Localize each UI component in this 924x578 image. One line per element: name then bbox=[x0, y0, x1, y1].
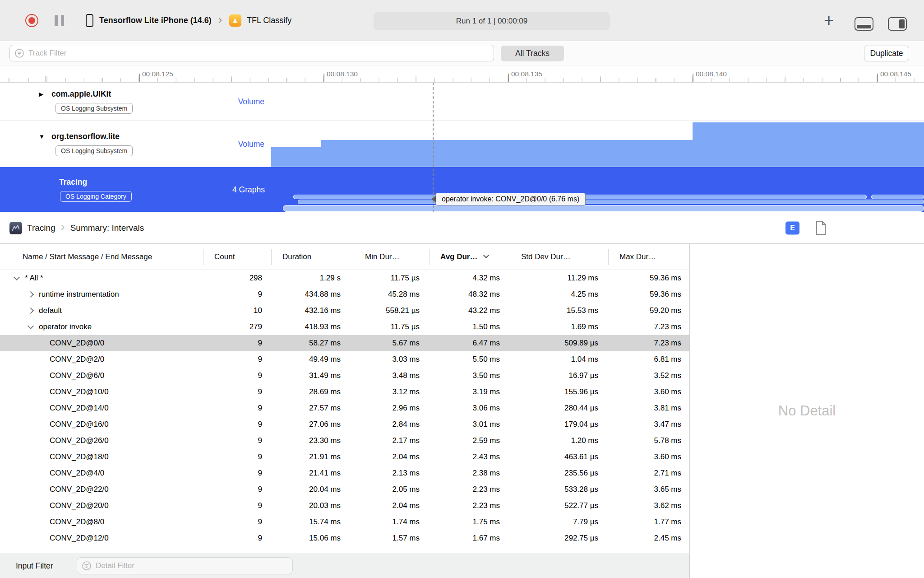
track-tracing-selected[interactable]: Tracing OS Logging Category 4 Graphs bbox=[0, 167, 924, 212]
table-row[interactable]: CONV_2D@8/0 9 15.74 ms 1.74 ms 1.75 ms 7… bbox=[0, 514, 689, 530]
table-row[interactable]: CONV_2D@14/0 9 27.57 ms 2.96 ms 3.06 ms … bbox=[0, 400, 689, 416]
cell-min-dur: 5.67 ms bbox=[354, 339, 429, 348]
table-row[interactable]: * All * 298 1.29 s 11.75 µs 4.32 ms 11.2… bbox=[0, 270, 689, 286]
column-header-count[interactable]: Count bbox=[203, 249, 271, 265]
detail-filter-input[interactable] bbox=[96, 561, 292, 570]
cell-name: CONV_2D@2/0 bbox=[0, 355, 203, 364]
cell-avg-dur: 2.43 ms bbox=[429, 452, 510, 461]
cell-avg-dur: 2.23 ms bbox=[429, 501, 510, 510]
column-header-duration[interactable]: Duration bbox=[271, 249, 354, 265]
table-row[interactable]: CONV_2D@2/0 9 49.49 ms 3.03 ms 5.50 ms 1… bbox=[0, 351, 689, 368]
table-row[interactable]: CONV_2D@12/0 9 15.06 ms 1.57 ms 1.67 ms … bbox=[0, 530, 689, 546]
toggle-bottom-pane-button[interactable] bbox=[855, 17, 873, 31]
track-uikit-graph[interactable] bbox=[271, 83, 924, 121]
table-header: Name / Start Message / End Message Count… bbox=[0, 244, 689, 270]
track-tracing-graph[interactable] bbox=[271, 167, 924, 212]
cell-duration: 434.88 ms bbox=[271, 290, 354, 299]
track-uikit-label: ▶ com.apple.UIKit OS Logging Subsystem V… bbox=[0, 83, 271, 121]
table-row[interactable]: default 10 432.16 ms 558.21 µs 43.22 ms … bbox=[0, 303, 689, 319]
interval-capsule[interactable] bbox=[871, 195, 924, 199]
volume-area-segment bbox=[693, 122, 924, 167]
column-header-std-dev-dur[interactable]: Std Dev Dur… bbox=[510, 249, 608, 265]
disclosure-collapsed-icon[interactable]: ▶ bbox=[39, 91, 47, 98]
table-row[interactable]: CONV_2D@16/0 9 27.06 ms 2.84 ms 3.01 ms … bbox=[0, 416, 689, 433]
chevron-right-icon: › bbox=[218, 14, 222, 27]
column-header-max-dur[interactable]: Max Dur… bbox=[608, 249, 689, 265]
playhead-line[interactable] bbox=[433, 83, 434, 212]
bottom-filter-bar: Input Filter bbox=[0, 553, 689, 578]
cell-count: 9 bbox=[203, 387, 271, 396]
table-row[interactable]: CONV_2D@0/0 9 58.27 ms 5.67 ms 6.47 ms 5… bbox=[0, 335, 689, 351]
table-row[interactable]: CONV_2D@10/0 9 28.69 ms 3.12 ms 3.19 ms … bbox=[0, 384, 689, 400]
duplicate-button[interactable]: Duplicate bbox=[864, 46, 909, 61]
cell-min-dur: 2.17 ms bbox=[354, 436, 429, 445]
cell-avg-dur: 3.01 ms bbox=[429, 420, 510, 429]
cell-std-dev-dur: 533.28 µs bbox=[510, 485, 608, 494]
filter-icon bbox=[82, 561, 92, 571]
cell-std-dev-dur: 1.69 ms bbox=[510, 322, 608, 331]
row-name-text: runtime instrumentation bbox=[39, 290, 119, 299]
cell-name: operator invoke bbox=[0, 322, 203, 331]
interval-capsule[interactable] bbox=[283, 205, 924, 212]
track-tensorflow[interactable]: ▼ org.tensorflow.lite OS Logging Subsyst… bbox=[0, 121, 924, 167]
track-detail-selector[interactable]: Volume bbox=[238, 97, 264, 107]
toggle-right-pane-button[interactable] bbox=[888, 17, 907, 31]
extended-detail-button[interactable]: E bbox=[785, 221, 799, 234]
timeline-ruler[interactable]: 00:08.12500:08.13000:08.13500:08.14000:0… bbox=[0, 65, 924, 83]
track-tensorflow-graph[interactable] bbox=[271, 121, 924, 167]
track-filter-field[interactable] bbox=[9, 45, 494, 61]
table-row[interactable]: runtime instrumentation 9 434.88 ms 45.2… bbox=[0, 286, 689, 303]
target-app-selector[interactable]: TFL Classify bbox=[247, 16, 291, 25]
cell-min-dur: 2.13 ms bbox=[354, 469, 429, 478]
cell-std-dev-dur: 463.61 µs bbox=[510, 452, 608, 461]
cell-count: 9 bbox=[203, 290, 271, 299]
track-detail-selector[interactable]: Volume bbox=[238, 139, 264, 149]
app-icon bbox=[229, 14, 241, 27]
cell-avg-dur: 3.19 ms bbox=[429, 387, 510, 396]
cell-std-dev-dur: 4.25 ms bbox=[510, 290, 608, 299]
table-row[interactable]: CONV_2D@20/0 9 20.03 ms 2.04 ms 2.23 ms … bbox=[0, 498, 689, 514]
column-header-name[interactable]: Name / Start Message / End Message bbox=[0, 249, 203, 265]
cell-count: 9 bbox=[203, 485, 271, 494]
track-badge: OS Logging Category bbox=[60, 191, 132, 202]
column-header-min-dur[interactable]: Min Dur… bbox=[354, 249, 429, 265]
cell-std-dev-dur: 522.77 µs bbox=[510, 501, 608, 510]
cell-min-dur: 3.12 ms bbox=[354, 387, 429, 396]
detail-filter-field[interactable] bbox=[77, 557, 293, 574]
document-icon[interactable] bbox=[815, 221, 827, 235]
input-filter-label[interactable]: Input Filter bbox=[16, 561, 53, 570]
pause-button[interactable] bbox=[55, 15, 64, 26]
cell-name: CONV_2D@6/0 bbox=[0, 371, 203, 380]
record-button[interactable] bbox=[25, 14, 38, 27]
track-filter-input[interactable] bbox=[28, 49, 494, 58]
add-instrument-button[interactable]: + bbox=[824, 12, 834, 29]
cell-name: CONV_2D@26/0 bbox=[0, 436, 203, 445]
volume-area-segment bbox=[321, 140, 693, 167]
table-row[interactable]: CONV_2D@6/0 9 31.49 ms 3.48 ms 3.50 ms 1… bbox=[0, 368, 689, 384]
row-name-text: CONV_2D@8/0 bbox=[50, 517, 104, 527]
cell-name: CONV_2D@22/0 bbox=[0, 485, 203, 494]
cell-duration: 23.30 ms bbox=[271, 436, 354, 445]
table-row[interactable]: CONV_2D@26/0 9 23.30 ms 2.17 ms 2.59 ms … bbox=[0, 433, 689, 449]
cell-count: 9 bbox=[203, 339, 271, 348]
table-row[interactable]: CONV_2D@4/0 9 21.41 ms 2.13 ms 2.38 ms 2… bbox=[0, 465, 689, 481]
table-row[interactable]: CONV_2D@18/0 9 21.91 ms 2.04 ms 2.43 ms … bbox=[0, 449, 689, 465]
interval-capsule[interactable] bbox=[298, 200, 924, 204]
track-detail-selector[interactable]: 4 Graphs bbox=[232, 185, 265, 194]
breadcrumb-view[interactable]: Summary: Intervals bbox=[70, 223, 144, 233]
disclosure-expanded-icon[interactable]: ▼ bbox=[39, 133, 47, 140]
table-row[interactable]: operator invoke 279 418.93 ms 11.75 µs 1… bbox=[0, 319, 689, 335]
track-uikit[interactable]: ▶ com.apple.UIKit OS Logging Subsystem V… bbox=[0, 83, 924, 121]
table-row[interactable]: CONV_2D@22/0 9 20.04 ms 2.05 ms 2.23 ms … bbox=[0, 481, 689, 498]
breadcrumb-instrument[interactable]: Tracing bbox=[27, 223, 55, 233]
cell-avg-dur: 3.50 ms bbox=[429, 371, 510, 380]
cell-max-dur: 3.60 ms bbox=[608, 387, 689, 396]
device-selector[interactable]: Tensorflow Lite iPhone (14.6) bbox=[99, 16, 212, 25]
cell-count: 9 bbox=[203, 517, 271, 527]
track-name: Tracing bbox=[59, 177, 87, 187]
column-header-avg-label: Avg Dur… bbox=[440, 252, 478, 261]
iphone-icon bbox=[86, 14, 93, 27]
column-header-avg-dur[interactable]: Avg Dur… bbox=[429, 249, 510, 265]
cell-min-dur: 2.04 ms bbox=[354, 452, 429, 461]
all-tracks-button[interactable]: All Tracks bbox=[501, 46, 564, 61]
